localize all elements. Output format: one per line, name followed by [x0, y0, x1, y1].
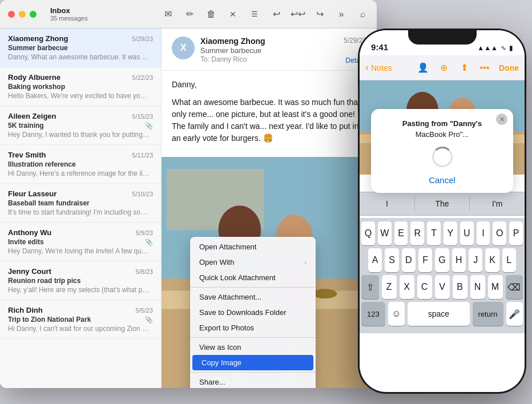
- reply-icon[interactable]: ↩: [271, 9, 282, 20]
- subject-7: Trip to Zion National Park: [8, 316, 91, 324]
- context-item-copy-image[interactable]: Copy Image: [192, 355, 313, 370]
- preview-0: Danny, What an awesome barbecue. It was …: [8, 53, 151, 61]
- more-options-icon[interactable]: ⊕: [437, 62, 450, 74]
- emoji-key[interactable]: ☺: [388, 302, 405, 326]
- subject-6: Reunion road trip pics: [8, 277, 80, 285]
- delete-icon[interactable]: ✕: [227, 9, 239, 20]
- reply-all-icon[interactable]: ↩↩: [292, 9, 304, 20]
- volume-down-button[interactable]: [358, 111, 358, 131]
- mail-item-0[interactable]: Xiaomeng Zhong 5/29/23 Summer barbecue D…: [0, 29, 161, 67]
- preview-2: Hey Danny, I wanted to thank you for put…: [8, 131, 151, 139]
- notes-back-label: Notes: [371, 63, 392, 72]
- menu-label-2: Quick Look Attachment: [199, 273, 276, 282]
- archive-icon[interactable]: ☰: [249, 9, 260, 20]
- key-v[interactable]: V: [435, 275, 450, 299]
- sender-4: Fleur Lasseur: [8, 189, 57, 198]
- get-mail-icon[interactable]: ✉: [162, 9, 174, 20]
- key-b[interactable]: B: [453, 275, 467, 299]
- email-body: Danny, What an awesome barbecue. It was …: [162, 71, 377, 157]
- mail-item-6[interactable]: Jenny Court 5/8/23 Reunion road trip pic…: [0, 261, 161, 300]
- mail-item-4[interactable]: Fleur Lasseur 5/10/23 Baseball team fund…: [0, 184, 161, 223]
- email-from: Xiaomeng Zhong: [200, 37, 338, 46]
- subject-5: Invite edits: [8, 238, 44, 246]
- context-item-export-to-photos[interactable]: Export to Photos: [190, 320, 316, 336]
- add-person-icon[interactable]: 👤: [417, 62, 429, 74]
- mail-toolbar: Inbox 35 messages ✉ ✏ 🗑 ✕ ☰ ↩ ↩↩ ↪ » ⌕: [0, 0, 377, 29]
- ellipsis-icon[interactable]: •••: [478, 62, 491, 74]
- notes-back-button[interactable]: ‹ Notes: [365, 62, 392, 74]
- key-r[interactable]: R: [410, 221, 424, 245]
- key-n[interactable]: N: [470, 275, 485, 299]
- mail-item-7[interactable]: Rich Dinh 5/5/23 Trip to Zion National P…: [0, 300, 161, 339]
- battery-icon: ▮: [509, 44, 513, 52]
- paste-cancel-button[interactable]: Cancel: [429, 175, 456, 185]
- notes-photo: ✕ Pasting from "Danny's MacBook Pro"... …: [360, 80, 525, 175]
- key-z[interactable]: Z: [382, 275, 397, 299]
- context-item-quick-look-attachment[interactable]: Quick Look Attachment: [190, 270, 316, 285]
- number-key[interactable]: 123: [361, 302, 385, 326]
- context-item-open-attachment[interactable]: Open Attachment: [190, 239, 316, 254]
- backspace-key[interactable]: ⌫: [506, 275, 523, 299]
- key-s[interactable]: S: [385, 248, 398, 272]
- paste-subtitle: MacBook Pro"...: [416, 130, 469, 139]
- suggestion-1[interactable]: I: [360, 197, 415, 211]
- close-button[interactable]: [8, 11, 15, 18]
- paste-close-button[interactable]: ✕: [496, 114, 507, 125]
- mail-item-5[interactable]: Anthony Wu 5/9/23 Invite edits 📎 Hey Dan…: [0, 223, 161, 261]
- status-icons: ▲▲▲ ∿ ▮: [477, 44, 513, 52]
- context-item-open-with[interactable]: Open With›: [190, 254, 316, 270]
- context-item-save-attachment...[interactable]: Save Attachment...: [190, 289, 316, 305]
- key-g[interactable]: G: [435, 248, 449, 272]
- key-p[interactable]: P: [509, 221, 523, 245]
- compose-icon[interactable]: ✏: [184, 9, 195, 20]
- mail-item-3[interactable]: Trev Smith 5/11/23 Illustration referenc…: [0, 145, 161, 184]
- key-i[interactable]: I: [477, 221, 490, 245]
- date-3: 5/11/23: [132, 152, 153, 159]
- forward-icon[interactable]: ↪: [314, 9, 325, 20]
- key-k[interactable]: K: [485, 248, 499, 272]
- side-button[interactable]: [526, 97, 526, 131]
- space-key[interactable]: space: [408, 302, 469, 326]
- search-icon[interactable]: ⌕: [357, 9, 369, 20]
- key-h[interactable]: H: [452, 248, 466, 272]
- date-2: 5/15/23: [132, 113, 153, 120]
- date-5: 5/9/23: [135, 229, 153, 236]
- subject-2: 5K training: [8, 122, 44, 130]
- mail-item-1[interactable]: Rody Albuerne 5/22/23 Baking workshop He…: [0, 67, 161, 106]
- context-item-view-as-icon[interactable]: View as Icon: [190, 340, 316, 355]
- suggestion-2[interactable]: The: [415, 197, 470, 211]
- preview-3: Hi Danny, Here's a reference image for t…: [8, 169, 151, 177]
- volume-up-button[interactable]: [358, 86, 358, 106]
- key-a[interactable]: A: [368, 248, 382, 272]
- context-item-share...[interactable]: Share...: [190, 374, 316, 388]
- email-meta: Xiaomeng Zhong Summer barbecue To: Danny…: [200, 37, 338, 63]
- key-w[interactable]: W: [378, 221, 392, 245]
- context-item-save-to-downloads-folder[interactable]: Save to Downloads Folder: [190, 305, 316, 320]
- key-x[interactable]: X: [400, 275, 414, 299]
- mic-key[interactable]: 🎤: [506, 302, 523, 326]
- more-icon[interactable]: »: [336, 9, 347, 20]
- key-u[interactable]: U: [460, 221, 474, 245]
- key-l[interactable]: L: [502, 248, 516, 272]
- preview-6: Hey, y'all! Here are my selects (that's …: [8, 286, 151, 294]
- return-key[interactable]: return: [473, 302, 503, 326]
- mail-item-2[interactable]: Aileen Zeigen 5/15/23 5K training 📎 Hey …: [0, 106, 161, 145]
- key-f[interactable]: F: [418, 248, 432, 272]
- notes-done-button[interactable]: Done: [499, 63, 519, 72]
- key-d[interactable]: D: [402, 248, 416, 272]
- trash-icon[interactable]: 🗑: [205, 9, 217, 20]
- suggestion-3[interactable]: I'm: [470, 197, 525, 211]
- key-y[interactable]: Y: [444, 221, 457, 245]
- key-o[interactable]: O: [493, 221, 506, 245]
- key-m[interactable]: M: [488, 275, 503, 299]
- key-e[interactable]: E: [394, 221, 408, 245]
- key-q[interactable]: Q: [361, 221, 375, 245]
- share-icon[interactable]: ⬆: [458, 62, 470, 74]
- key-j[interactable]: J: [469, 248, 482, 272]
- key-c[interactable]: C: [417, 275, 432, 299]
- shift-key[interactable]: ⇧: [361, 275, 379, 299]
- minimize-button[interactable]: [19, 11, 26, 18]
- sender-0: Xiaomeng Zhong: [8, 34, 68, 43]
- key-t[interactable]: T: [427, 221, 441, 245]
- fullscreen-button[interactable]: [30, 11, 37, 18]
